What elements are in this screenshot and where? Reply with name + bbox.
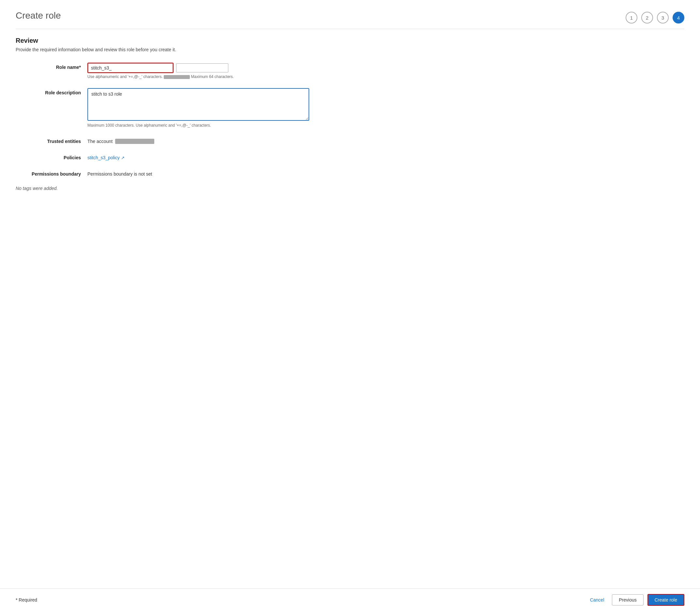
required-label: * Required [16,597,37,602]
permissions-boundary-row: Permissions boundary Permissions boundar… [16,169,684,177]
role-name-input[interactable] [88,63,173,73]
previous-button[interactable]: Previous [612,594,643,606]
role-name-label: Role name* [16,63,88,70]
policies-label: Policies [16,153,88,160]
no-tags-text: No tags were added. [16,186,684,191]
step-4[interactable]: 4 [673,12,684,24]
steps-container: 1 2 3 4 [626,12,684,24]
step-2[interactable]: 2 [641,12,653,24]
role-name-row: Role name* Use alphanumeric and '+=,@-_'… [16,63,684,79]
header-divider [16,29,684,29]
role-description-row: Role description stitch to s3 role Maxim… [16,88,684,128]
role-description-label: Role description [16,88,88,95]
role-description-hint: Maximum 1000 characters. Use alphanumeri… [88,123,684,128]
role-name-inputs-row [88,63,684,73]
page-title: Create role [16,11,61,21]
policies-value: stitch_s3_policy ↗ [88,153,684,160]
section-description: Provide the required information below a… [16,47,684,52]
step-3[interactable]: 3 [657,12,669,24]
trusted-entities-row: Trusted entities The account [16,137,684,144]
role-name-secondary-input[interactable] [176,63,228,73]
trusted-entity-content: The account [88,137,684,144]
trusted-entity-prefix: The account [88,139,112,144]
role-description-value-container: stitch to s3 role Maximum 1000 character… [88,88,684,128]
create-role-button[interactable]: Create role [648,594,684,606]
role-name-hint-redacted [164,75,190,79]
trusted-entities-value: The account [88,137,684,144]
permissions-boundary-value: Permissions boundary is not set [88,169,684,177]
role-description-textarea[interactable]: stitch to s3 role [88,88,309,121]
permissions-boundary-text: Permissions boundary is not set [88,169,684,177]
step-1[interactable]: 1 [626,12,637,24]
section-title: Review [16,37,684,44]
cancel-button[interactable]: Cancel [586,595,608,605]
main-content: Create role 1 2 3 4 Review Provide the r… [0,0,700,588]
policies-row: Policies stitch_s3_policy ↗ [16,153,684,160]
policy-link[interactable]: stitch_s3_policy ↗ [88,153,684,160]
trusted-entity-account-redacted [115,139,154,144]
footer-actions: Cancel Previous Create role [586,594,684,606]
permissions-boundary-label: Permissions boundary [16,169,88,177]
role-name-value-container: Use alphanumeric and '+=,@-_' characters… [88,63,684,79]
role-name-hint: Use alphanumeric and '+=,@-_' characters… [88,74,684,79]
role-name-input-wrapper [88,63,173,73]
trusted-entities-label: Trusted entities [16,137,88,144]
page-wrapper: Create role 1 2 3 4 Review Provide the r… [0,0,700,611]
external-link-icon: ↗ [121,155,125,160]
footer: * Required Cancel Previous Create role [0,588,700,611]
page-header: Create role 1 2 3 4 [16,11,684,24]
policy-link-text: stitch_s3_policy [88,155,120,160]
